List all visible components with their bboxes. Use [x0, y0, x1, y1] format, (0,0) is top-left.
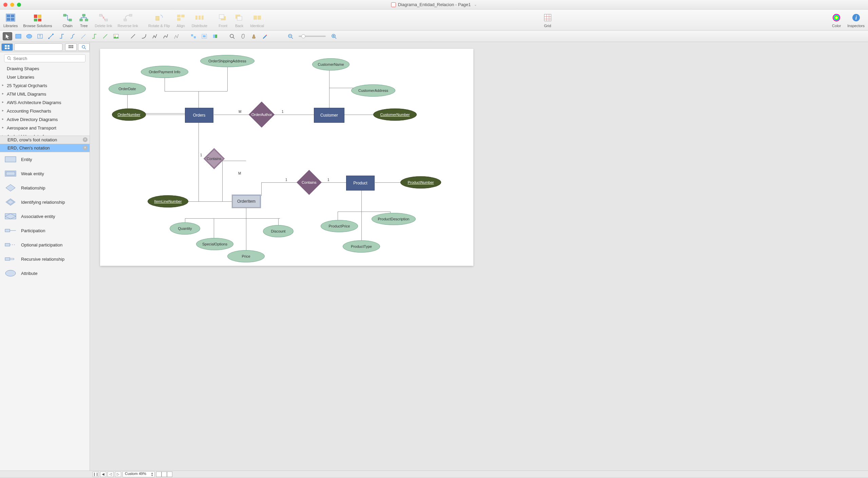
rel-contains-2[interactable]: Contains	[297, 170, 322, 195]
zoom-out-button[interactable]	[286, 32, 295, 40]
shape-identifying-relationship[interactable]: Identifying relationship	[0, 195, 90, 209]
attr-price[interactable]: Price	[227, 250, 265, 262]
library-item[interactable]: Active Directory Diagrams	[0, 115, 90, 124]
library-item[interactable]: Aerospace and Transport	[0, 124, 90, 132]
line-tool-3[interactable]	[150, 32, 159, 40]
library-item[interactable]: 25 Typical Orgcharts	[0, 81, 90, 90]
svg-rect-23	[199, 16, 201, 20]
library-item[interactable]: Drawing Shapes	[0, 64, 90, 73]
rectangle-tool[interactable]	[14, 32, 23, 40]
shape-weak-entity[interactable]: Weak entity	[0, 166, 90, 181]
inspectors-button[interactable]: i Inspectors	[847, 12, 865, 28]
library-item[interactable]: AWS Architecture Diagrams	[0, 98, 90, 107]
pointer-tool[interactable]	[3, 32, 12, 40]
delete-link-label: Delete link	[95, 24, 112, 28]
group-tool-1[interactable]	[189, 32, 198, 40]
shape-associative-entity[interactable]: Associative entity	[0, 209, 90, 223]
first-page-button[interactable]: ◀	[100, 472, 106, 477]
attr-specialoptions[interactable]: SpecialOptions	[196, 238, 233, 250]
zoom-select[interactable]: Custom 49%▴▾	[122, 471, 155, 477]
minimize-button[interactable]	[10, 3, 14, 7]
sidebar-search-toggle[interactable]	[78, 43, 90, 51]
canvas-area[interactable]: OrderDate OrderPayment Info OrderShippin…	[90, 42, 868, 471]
sidebar-view-shapes[interactable]	[1, 43, 13, 51]
group-tool-3[interactable]	[210, 32, 220, 40]
zoom-in-button[interactable]	[329, 32, 339, 40]
line-tool-4[interactable]	[161, 32, 170, 40]
image-tool[interactable]	[111, 32, 121, 40]
library-item[interactable]: ATM UML Diagrams	[0, 90, 90, 98]
attr-customeraddress[interactable]: CustomerAddress	[351, 84, 395, 97]
pause-icon[interactable]: ❙❙	[93, 472, 99, 477]
page-thumbnails[interactable]	[156, 472, 172, 477]
chevron-down-icon[interactable]: ⌄	[474, 3, 477, 6]
attr-productnumber[interactable]: ProductNumber	[400, 176, 441, 188]
attr-itemlinenumber[interactable]: ItemLineNumber	[148, 195, 188, 207]
library-item[interactable]: Accounting Flowcharts	[0, 107, 90, 115]
maximize-button[interactable]	[17, 3, 21, 7]
prev-page-button[interactable]: ◁	[108, 472, 114, 477]
next-page-button[interactable]: ▷	[115, 472, 121, 477]
close-button[interactable]	[3, 3, 7, 7]
shape-list[interactable]: Entity Weak entity Relationship Identify…	[0, 152, 90, 471]
zoom-tool[interactable]	[227, 32, 237, 40]
rel-contains-1[interactable]: Contains	[204, 148, 225, 169]
tree-button[interactable]: Tree	[78, 12, 89, 28]
library-tab-chen[interactable]: ERD, Chen's notation×	[0, 144, 90, 152]
attr-ordershipping[interactable]: OrderShippingAddress	[200, 55, 254, 67]
sidebar-filter[interactable]	[14, 43, 62, 51]
attr-producttype[interactable]: ProductType	[343, 240, 380, 253]
shape-attribute[interactable]: Attribute	[0, 266, 90, 280]
shape-relationship[interactable]: Relationship	[0, 181, 90, 195]
attr-orderdate[interactable]: OrderDate	[109, 83, 146, 95]
canvas[interactable]: OrderDate OrderPayment Info OrderShippin…	[100, 49, 473, 266]
connector-tool-1[interactable]	[46, 32, 56, 40]
entity-orderitem[interactable]: OrderItem	[232, 195, 261, 208]
shape-recursive-relationship[interactable]: Recursive relationship	[0, 252, 90, 266]
shape-participation[interactable]: Participation	[0, 223, 90, 238]
entity-orders[interactable]: Orders	[185, 108, 213, 123]
attr-quantity[interactable]: Quantity	[170, 222, 200, 235]
close-icon[interactable]: ×	[83, 137, 88, 142]
sidebar: Drawing Shapes User Libraries 25 Typical…	[0, 42, 90, 471]
line-tool-1[interactable]	[128, 32, 138, 40]
attr-customername[interactable]: CustomerName	[312, 58, 350, 71]
shape-optional-participation[interactable]: Optional participation	[0, 238, 90, 252]
attr-orderpayment[interactable]: OrderPayment Info	[141, 66, 188, 78]
zoom-slider[interactable]	[299, 36, 326, 37]
group-tool-2[interactable]	[200, 32, 209, 40]
attr-discount[interactable]: Discount	[263, 225, 294, 237]
browse-solutions-button[interactable]: Browse Solutions	[23, 12, 52, 28]
shape-entity[interactable]: Entity	[0, 152, 90, 166]
rel-orderauthor[interactable]: OrderAuthor	[249, 102, 275, 127]
library-tab-crow[interactable]: ERD, crow's foot notation×	[0, 136, 90, 144]
entity-product[interactable]: Product	[346, 176, 375, 191]
pen-tool[interactable]	[260, 32, 269, 40]
chain-button[interactable]: Chain	[62, 12, 73, 28]
entity-customer[interactable]: Customer	[314, 108, 344, 123]
color-button[interactable]: Color	[831, 12, 842, 28]
close-icon[interactable]: ×	[83, 145, 88, 150]
connector-tool-6[interactable]	[100, 32, 110, 40]
attr-customernumber[interactable]: CustomerNumber	[373, 108, 417, 121]
sidebar-view-grid[interactable]	[65, 43, 77, 51]
ellipse-tool[interactable]	[24, 32, 34, 40]
connector-tool-4[interactable]	[79, 32, 88, 40]
attr-productdescription[interactable]: ProductDescription	[372, 213, 416, 225]
hand-tool[interactable]	[238, 32, 248, 40]
stamp-tool[interactable]	[249, 32, 259, 40]
attr-productprice[interactable]: ProductPrice	[321, 220, 358, 232]
grid-button[interactable]: Grid	[542, 12, 553, 28]
connector-tool-3[interactable]	[68, 32, 77, 40]
libraries-button[interactable]: Libraries	[3, 12, 18, 28]
library-item[interactable]: User Libraries	[0, 73, 90, 81]
connector-tool-5[interactable]	[90, 32, 99, 40]
line-tool-5[interactable]	[172, 32, 181, 40]
library-list[interactable]: Drawing Shapes User Libraries 25 Typical…	[0, 64, 90, 136]
attr-ordernumber[interactable]: OrderNumber	[112, 108, 146, 121]
search-input[interactable]	[4, 54, 86, 62]
text-tool[interactable]: T	[35, 32, 45, 40]
library-item[interactable]: Android User Interface	[0, 132, 90, 136]
line-tool-2[interactable]	[139, 32, 149, 40]
connector-tool-2[interactable]	[57, 32, 67, 40]
